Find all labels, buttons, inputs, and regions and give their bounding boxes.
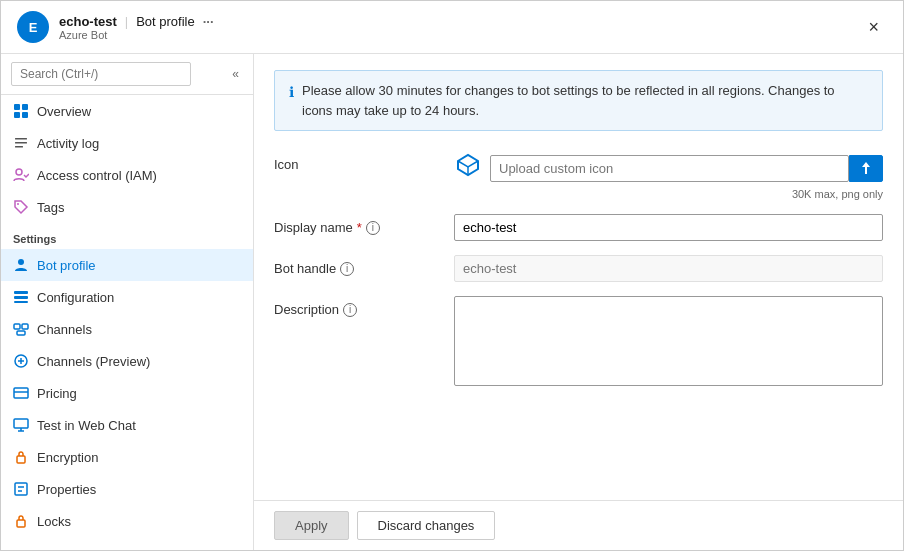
sidebar-item-locks[interactable]: Locks bbox=[1, 505, 253, 537]
pricing-icon bbox=[13, 385, 29, 401]
sidebar-item-encryption[interactable]: Encryption bbox=[1, 441, 253, 473]
upload-input-wrapper bbox=[490, 155, 883, 182]
sidebar-item-activity-log[interactable]: Activity log bbox=[1, 127, 253, 159]
bot-handle-form-row: Bot handle i bbox=[274, 255, 883, 282]
description-form-row: Description i bbox=[274, 296, 883, 389]
sidebar-item-channels-preview-label: Channels (Preview) bbox=[37, 354, 150, 369]
apply-button[interactable]: Apply bbox=[274, 511, 349, 540]
info-banner: ℹ Please allow 30 minutes for changes to… bbox=[274, 70, 883, 131]
icon-row bbox=[454, 151, 883, 185]
file-hint: 30K max, png only bbox=[454, 188, 883, 200]
channels-icon bbox=[13, 321, 29, 337]
svg-rect-11 bbox=[14, 296, 28, 299]
avatar: E bbox=[17, 11, 49, 43]
svg-rect-3 bbox=[22, 112, 28, 118]
svg-rect-21 bbox=[17, 520, 25, 527]
main-layout: « Overview Activity log bbox=[1, 54, 903, 550]
display-name-tooltip[interactable]: i bbox=[366, 221, 380, 235]
title-main: echo-test | Bot profile ··· bbox=[59, 14, 214, 29]
description-label: Description i bbox=[274, 296, 454, 317]
svg-rect-20 bbox=[15, 483, 27, 495]
icon-control: 30K max, png only bbox=[454, 151, 883, 200]
svg-rect-4 bbox=[15, 138, 27, 140]
icon-label: Icon bbox=[274, 151, 454, 172]
title-text: echo-test | Bot profile ··· Azure Bot bbox=[59, 14, 214, 41]
window: E echo-test | Bot profile ··· Azure Bot … bbox=[0, 0, 904, 551]
svg-rect-19 bbox=[17, 456, 25, 463]
display-name-control bbox=[454, 214, 883, 241]
svg-rect-15 bbox=[17, 331, 25, 335]
svg-rect-17 bbox=[14, 388, 28, 398]
overview-icon bbox=[13, 103, 29, 119]
tags-icon bbox=[13, 199, 29, 215]
title-subtitle: Azure Bot bbox=[59, 29, 214, 41]
discard-button[interactable]: Discard changes bbox=[357, 511, 496, 540]
sidebar-item-overview-label: Overview bbox=[37, 104, 91, 119]
display-name-label: Display name * i bbox=[274, 214, 454, 235]
description-textarea[interactable] bbox=[454, 296, 883, 386]
sidebar-item-configuration[interactable]: Configuration bbox=[1, 281, 253, 313]
access-control-icon bbox=[13, 167, 29, 183]
icon-form-row: Icon bbox=[274, 151, 883, 200]
svg-rect-1 bbox=[22, 104, 28, 110]
svg-rect-14 bbox=[22, 324, 28, 329]
display-name-input[interactable] bbox=[454, 214, 883, 241]
sidebar-item-pricing-label: Pricing bbox=[37, 386, 77, 401]
search-input[interactable] bbox=[11, 62, 191, 86]
sidebar-item-configuration-label: Configuration bbox=[37, 290, 114, 305]
title-ellipsis[interactable]: ··· bbox=[203, 14, 214, 29]
channels-preview-icon bbox=[13, 353, 29, 369]
encryption-icon bbox=[13, 449, 29, 465]
sidebar-item-bot-profile[interactable]: Bot profile bbox=[1, 249, 253, 281]
sidebar-item-access-control-label: Access control (IAM) bbox=[37, 168, 157, 183]
svg-point-9 bbox=[18, 259, 24, 265]
close-button[interactable]: × bbox=[860, 13, 887, 42]
description-tooltip[interactable]: i bbox=[343, 303, 357, 317]
svg-rect-18 bbox=[14, 419, 28, 428]
page-title: Bot profile bbox=[136, 14, 195, 29]
title-bar: E echo-test | Bot profile ··· Azure Bot … bbox=[1, 1, 903, 54]
bot-profile-icon bbox=[13, 257, 29, 273]
sidebar-item-channels-label: Channels bbox=[37, 322, 92, 337]
svg-rect-6 bbox=[15, 146, 23, 148]
properties-icon bbox=[13, 481, 29, 497]
content-area: ℹ Please allow 30 minutes for changes to… bbox=[254, 54, 903, 550]
sidebar-item-overview[interactable]: Overview bbox=[1, 95, 253, 127]
configuration-icon bbox=[13, 289, 29, 305]
svg-rect-13 bbox=[14, 324, 20, 329]
test-in-web-chat-icon bbox=[13, 417, 29, 433]
upload-icon-button[interactable] bbox=[849, 155, 883, 182]
svg-rect-0 bbox=[14, 104, 20, 110]
title-separator: | bbox=[125, 14, 128, 29]
collapse-button[interactable]: « bbox=[228, 65, 243, 83]
sidebar-item-bot-profile-label: Bot profile bbox=[37, 258, 96, 273]
sidebar-item-properties-label: Properties bbox=[37, 482, 96, 497]
sidebar-item-tags[interactable]: Tags bbox=[1, 191, 253, 223]
sidebar-item-access-control[interactable]: Access control (IAM) bbox=[1, 159, 253, 191]
svg-rect-10 bbox=[14, 291, 28, 294]
svg-point-8 bbox=[17, 203, 19, 205]
info-banner-text: Please allow 30 minutes for changes to b… bbox=[302, 81, 868, 120]
sidebar-item-encryption-label: Encryption bbox=[37, 450, 98, 465]
upload-icon-input[interactable] bbox=[490, 155, 849, 182]
bot-handle-input bbox=[454, 255, 883, 282]
sidebar-item-properties[interactable]: Properties bbox=[1, 473, 253, 505]
description-control bbox=[454, 296, 883, 389]
display-name-form-row: Display name * i bbox=[274, 214, 883, 241]
svg-rect-12 bbox=[14, 301, 28, 303]
sidebar-item-channels-preview[interactable]: Channels (Preview) bbox=[1, 345, 253, 377]
sidebar-item-pricing[interactable]: Pricing bbox=[1, 377, 253, 409]
settings-header: Settings bbox=[1, 223, 253, 249]
bot-handle-tooltip[interactable]: i bbox=[340, 262, 354, 276]
sidebar-item-locks-label: Locks bbox=[37, 514, 71, 529]
bot-icon-preview bbox=[454, 151, 482, 185]
sidebar-item-test-in-web-chat[interactable]: Test in Web Chat bbox=[1, 409, 253, 441]
svg-rect-2 bbox=[14, 112, 20, 118]
display-name-required: * bbox=[357, 220, 362, 235]
sidebar-item-test-in-web-chat-label: Test in Web Chat bbox=[37, 418, 136, 433]
sidebar-item-activity-log-label: Activity log bbox=[37, 136, 99, 151]
sidebar-item-channels[interactable]: Channels bbox=[1, 313, 253, 345]
action-bar: Apply Discard changes bbox=[254, 500, 903, 550]
info-banner-icon: ℹ bbox=[289, 82, 294, 103]
locks-icon bbox=[13, 513, 29, 529]
